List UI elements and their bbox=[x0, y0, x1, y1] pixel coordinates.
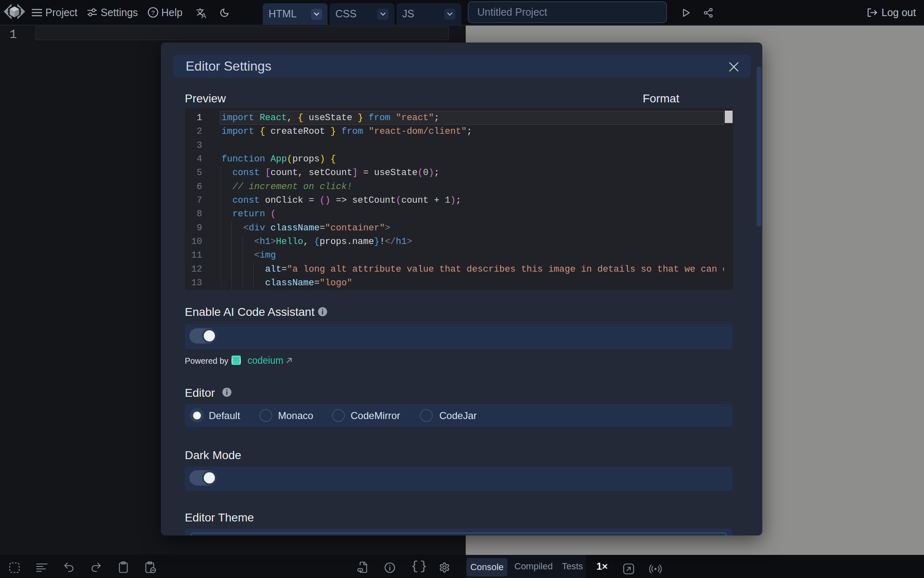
svg-text:{..}: {..} bbox=[231, 358, 241, 363]
svg-text:?: ? bbox=[151, 9, 155, 16]
svg-text:A: A bbox=[201, 12, 206, 19]
